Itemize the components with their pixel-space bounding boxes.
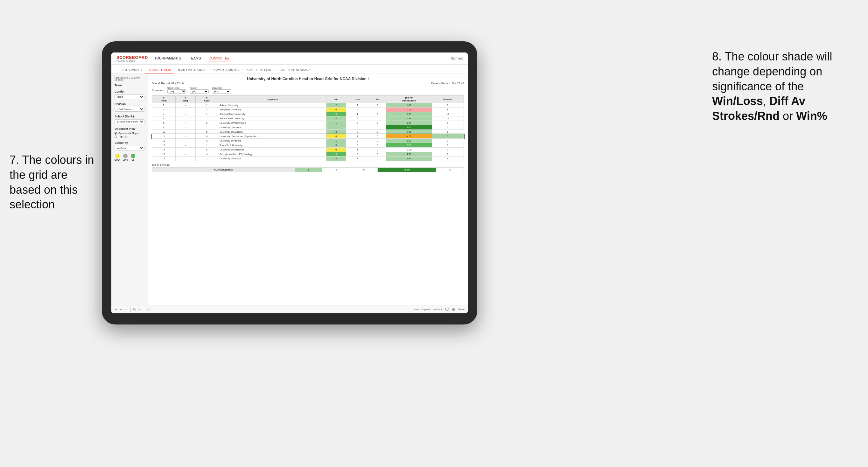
radio-opponents-played[interactable]: Opponents Played (115, 132, 145, 134)
undo-icon[interactable]: ↩ (115, 308, 117, 311)
cell-rank: 6 (152, 117, 176, 121)
cell-opponent: Georgia Institute of Technology (218, 152, 326, 157)
cell-rounds: 17 (432, 112, 464, 117)
cell-win: 5 (327, 112, 346, 117)
cell-rounds: 3 (436, 168, 464, 172)
table-row: 4 - 1 Arizona State University 5 1 0 2.2… (152, 112, 464, 117)
cell-rounds: 8 (432, 107, 464, 112)
cell-reg: - (176, 143, 196, 148)
cell-opponent: Florida State University (218, 117, 326, 121)
cell-reg: - (176, 152, 196, 157)
opponent-view-label: Opponent View (115, 127, 145, 130)
tab-player-h2h-heatmap[interactable]: PLAYER H2H HEATMAP (274, 67, 313, 73)
radio-top-100[interactable]: Top 100 (115, 135, 145, 138)
cell-win: 4 (327, 117, 346, 121)
sign-out-button[interactable]: Sign out (449, 57, 463, 60)
cell-tie: 0 (369, 130, 386, 134)
watch-button[interactable]: Watch ▾ (433, 308, 442, 311)
cell-tie: 0 (369, 103, 386, 107)
tab-team-h2h-grid[interactable]: TEAM H2H GRID (146, 67, 174, 73)
region-label: Region (190, 87, 209, 89)
tab-team-h2h-heatmap[interactable]: TEAM H2H HEATMAP (174, 67, 210, 73)
cell-rank: 15 (152, 152, 176, 157)
cell-conf: 2 (196, 117, 218, 121)
nav-teams[interactable]: TEAMS (189, 56, 201, 61)
table-row: 11 - 6 University of Arkansas, Fayettevi… (152, 134, 464, 139)
region-filter: Region (All) (190, 87, 209, 94)
region-select[interactable]: (All) (190, 89, 209, 94)
nav-committee[interactable]: COMMITTEE (209, 56, 230, 61)
cell-rounds: 3 (432, 139, 464, 143)
filter-row: Opponents: Conference (All) Region (All) (152, 87, 464, 94)
colour-by-select[interactable]: Win/loss (115, 146, 145, 151)
cell-diff: -4.33 (386, 134, 432, 139)
cell-loss: 1 (346, 103, 369, 107)
cell-loss: 0 (346, 121, 369, 125)
school-section: School (Rank) 1. University of Nort... (115, 115, 145, 124)
cell-conf: 6 (196, 134, 218, 139)
gender-select[interactable]: Men's (115, 94, 145, 99)
clock-icon[interactable]: 🕐 (147, 308, 151, 311)
cell-opponent: University of Florida (218, 157, 326, 161)
table-row: 2 - 1 Auburn University 2 1 0 1.67 9 (152, 103, 464, 107)
tab-player-summary[interactable]: PLAYER SUMMARY (210, 67, 243, 73)
cell-win: 3 (327, 130, 346, 134)
cell-loss: 0 (346, 143, 369, 148)
cell-diff: 2.61 (386, 130, 432, 134)
nav-tournaments[interactable]: TOURNAMENTS (154, 56, 181, 61)
cell-reg: - (176, 134, 196, 139)
logo-text: SCOREBOARD (117, 55, 148, 60)
cell-conf: 1 (196, 125, 218, 130)
cell-rank: 13 (152, 143, 176, 148)
table-row: 10 - 5 University of Alabama 3 0 0 2.61 … (152, 130, 464, 134)
cell-reg: - (176, 148, 196, 152)
col-tie: Tie (369, 96, 386, 103)
app-header: SCOREBOARD Powered by clippd TOURNAMENTS… (111, 53, 468, 65)
cell-rounds: 12 (432, 117, 464, 121)
school-select[interactable]: 1. University of Nort... (115, 119, 145, 124)
table-row: 14 - 5 University of Oklahoma 0 1 0 -1.0… (152, 148, 464, 152)
left-panel: Last Updated: 27/03/202416:55:38 Team Ge… (111, 73, 148, 305)
legend-row: Down Level Up (115, 154, 145, 161)
cell-rounds: 9 (432, 103, 464, 107)
cell-tie: 0 (369, 125, 386, 130)
conference-filter: Conference (All) (167, 87, 186, 94)
toolbar-sep-2 (144, 307, 144, 312)
cell-loss: 4 (346, 107, 369, 112)
cell-win: 0 (327, 148, 346, 152)
cell-diff: -1.00 (386, 148, 432, 152)
cell-reg: - (176, 130, 196, 134)
share-button[interactable]: Share (458, 308, 465, 311)
table-row: 15 - 4 Georgia Institute of Technology 5… (152, 152, 464, 157)
copy-icon[interactable]: ⧉ (133, 308, 135, 311)
cell-rank: 8 (152, 121, 176, 125)
dash-icon[interactable]: — (138, 308, 141, 311)
cell-reg: - (176, 112, 196, 117)
forward-icon[interactable]: → (125, 308, 128, 311)
present-icon[interactable]: ⊞ (452, 308, 455, 311)
cell-rounds: 2 (432, 125, 464, 130)
main-content: Last Updated: 27/03/202416:55:38 Team Ge… (111, 73, 468, 305)
col-reg: #Reg (176, 96, 196, 103)
table-row: 16 - 2 University of Florida 3 1 0 4.67 … (152, 157, 464, 161)
cell-opponent: University of Arkansas, Fayetteville (218, 134, 326, 139)
comment-icon[interactable]: 💬 (445, 308, 449, 311)
view-original-button[interactable]: View: Original (414, 308, 430, 311)
division-select[interactable]: NCAA Division I (115, 107, 145, 112)
cell-diff: 3.67 (386, 121, 432, 125)
redo-icon[interactable]: ↪ (120, 308, 122, 311)
tab-team-summary[interactable]: TEAM SUMMARY (116, 67, 146, 73)
cell-conf: 2 (196, 107, 218, 112)
cell-loss: 0 (322, 168, 350, 172)
annotation-left: 7. The colours in the grid are based on … (9, 153, 99, 212)
cell-opponent: Arizona State University (218, 112, 326, 117)
tab-player-h2h-grid[interactable]: PLAYER H2H GRID (243, 67, 274, 73)
legend-dot-down (115, 154, 120, 158)
cell-opponent: Vanderbilt University (218, 107, 326, 112)
table-row: 6 - 2 Florida State University 4 2 0 1.8… (152, 117, 464, 121)
tablet-screen: SCOREBOARD Powered by clippd TOURNAMENTS… (111, 53, 468, 313)
col-win: Win (327, 96, 346, 103)
opponent-select[interactable]: (All) (212, 89, 231, 94)
conference-select[interactable]: (All) (167, 89, 186, 94)
cell-loss: 1 (346, 157, 369, 161)
